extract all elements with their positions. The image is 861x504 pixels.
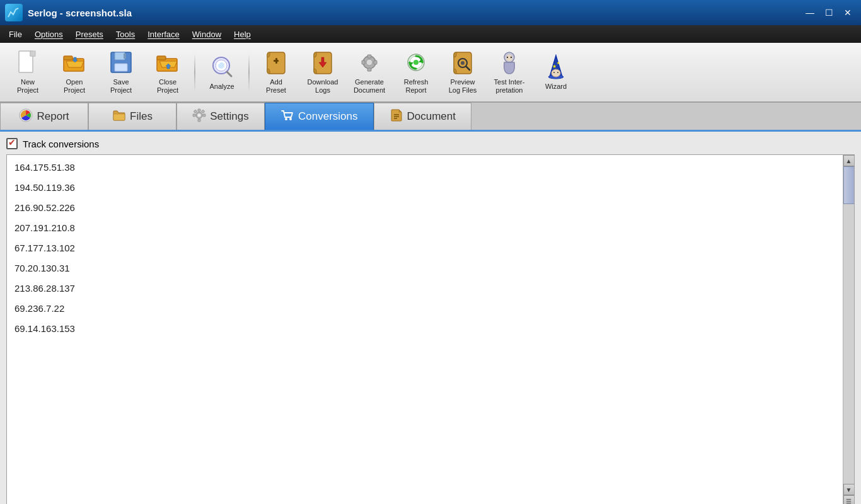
scrollbar[interactable]: ▲ ▼ ☰ (843, 155, 854, 504)
list-item[interactable]: 69.236.7.22 (7, 299, 843, 319)
scroll-track[interactable] (843, 166, 855, 484)
title-bar: Serlog - screenshot.sla — ☐ ✕ (0, 0, 861, 25)
menu-tools[interactable]: Tools (110, 27, 141, 42)
open-project-button[interactable]: OpenProject (52, 47, 97, 98)
download-logs-button[interactable]: DownloadLogs (300, 47, 345, 98)
scroll-up-arrow[interactable]: ▲ (843, 155, 855, 166)
svg-rect-4 (64, 56, 72, 60)
svg-rect-2 (30, 51, 35, 56)
svg-point-42 (553, 72, 555, 73)
test-interpretation-label: Test Inter-pretation (494, 78, 525, 94)
track-conversions-row: Track conversions (6, 138, 855, 149)
svg-rect-7 (115, 64, 127, 71)
document-tab-icon (390, 108, 403, 125)
test-interpretation-button[interactable]: Test Inter-pretation (487, 47, 532, 98)
svg-line-13 (227, 72, 231, 76)
svg-rect-48 (198, 119, 200, 122)
svg-point-20 (366, 59, 373, 66)
files-tab-icon (112, 108, 126, 125)
add-preset-icon (263, 50, 289, 76)
menu-window[interactable]: Window (186, 27, 228, 42)
svg-rect-51 (194, 110, 197, 113)
separator-2 (248, 54, 250, 91)
tab-report[interactable]: Report (0, 103, 88, 130)
svg-rect-52 (201, 110, 205, 113)
app-icon (5, 4, 23, 21)
close-project-button[interactable]: CloseProject (145, 47, 190, 98)
conversions-tab-icon (280, 108, 294, 125)
menu-interface[interactable]: Interface (141, 27, 186, 42)
svg-rect-10 (157, 56, 166, 60)
preview-log-files-button[interactable]: PreviewLog Files (440, 47, 485, 98)
conversions-tab-label: Conversions (298, 110, 358, 123)
svg-rect-21 (367, 55, 371, 58)
tab-settings[interactable]: Settings (176, 103, 265, 130)
maximize-button[interactable]: ☐ (821, 6, 837, 20)
close-project-label: CloseProject (157, 78, 178, 94)
ip-list-container: 164.175.51.38194.50.119.36216.90.52.2262… (6, 154, 855, 504)
track-conversions-checkbox[interactable] (6, 138, 18, 149)
save-project-button[interactable]: SaveProject (98, 47, 144, 98)
add-preset-label: AddPreset (266, 78, 286, 94)
menu-help[interactable]: Help (228, 27, 257, 42)
svg-point-29 (413, 60, 419, 65)
menu-file[interactable]: File (3, 27, 28, 42)
ip-list[interactable]: 164.175.51.38194.50.119.36216.90.52.2262… (7, 155, 843, 504)
scroll-thumb[interactable] (843, 166, 855, 204)
document-tab-label: Document (407, 110, 456, 123)
close-project-icon (154, 50, 181, 76)
refresh-report-button[interactable]: RefreshReport (393, 47, 439, 98)
scroll-down-arrow[interactable]: ▼ (843, 484, 855, 495)
menu-options[interactable]: Options (28, 27, 69, 42)
new-project-icon (14, 50, 41, 76)
list-item[interactable]: 164.175.51.38 (7, 158, 843, 178)
add-preset-button[interactable]: AddPreset (253, 47, 299, 98)
new-project-button[interactable]: NewProject (5, 47, 50, 98)
wizard-button[interactable]: ★ ★ Wizard (533, 51, 579, 94)
svg-rect-49 (193, 114, 195, 117)
tabs-bar: Report Files Settings (0, 103, 861, 132)
svg-rect-23 (362, 60, 365, 64)
svg-rect-17 (275, 58, 277, 64)
report-tab-label: Report (37, 110, 69, 123)
list-item[interactable]: 194.50.119.36 (7, 178, 843, 198)
menu-bar: File Options Presets Tools Interface Win… (0, 25, 861, 43)
menu-presets[interactable]: Presets (69, 27, 110, 42)
preview-log-files-icon (449, 50, 476, 76)
svg-text:★: ★ (557, 61, 560, 65)
save-project-label: SaveProject (110, 78, 132, 94)
svg-marker-55 (399, 110, 402, 112)
list-item[interactable]: 67.177.13.102 (7, 238, 843, 258)
open-project-icon (61, 50, 88, 76)
save-project-icon (108, 50, 134, 76)
list-item[interactable]: 70.20.130.31 (7, 258, 843, 278)
refresh-report-label: RefreshReport (404, 78, 429, 94)
svg-point-35 (507, 57, 508, 58)
toolbar: NewProject OpenProject SaveProject (0, 43, 861, 103)
svg-rect-24 (374, 60, 377, 64)
close-button[interactable]: ✕ (840, 6, 856, 20)
tab-files[interactable]: Files (88, 103, 176, 130)
analyze-label: Analyze (209, 83, 234, 91)
list-item[interactable]: 207.191.210.8 (7, 218, 843, 238)
settings-tab-icon (192, 108, 206, 125)
analyze-icon (209, 54, 235, 81)
preview-log-files-label: PreviewLog Files (449, 78, 477, 94)
svg-point-41 (552, 69, 560, 77)
svg-point-31 (461, 61, 465, 65)
tab-document[interactable]: Document (374, 103, 471, 130)
refresh-report-icon (403, 50, 429, 76)
svg-point-54 (289, 118, 292, 120)
list-item[interactable]: 69.14.163.153 (7, 319, 843, 339)
window-controls: — ☐ ✕ (802, 6, 856, 20)
list-item[interactable]: 216.90.52.226 (7, 198, 843, 218)
report-tab-icon (19, 108, 33, 125)
analyze-button[interactable]: Analyze (199, 51, 245, 94)
svg-text:★: ★ (552, 64, 557, 69)
generate-document-button[interactable]: GenerateDocument (347, 47, 392, 98)
minimize-button[interactable]: — (802, 6, 818, 20)
list-item[interactable]: 213.86.28.137 (7, 278, 843, 299)
tab-conversions[interactable]: Conversions (265, 103, 374, 130)
svg-point-15 (217, 62, 220, 64)
new-project-label: NewProject (17, 78, 38, 94)
